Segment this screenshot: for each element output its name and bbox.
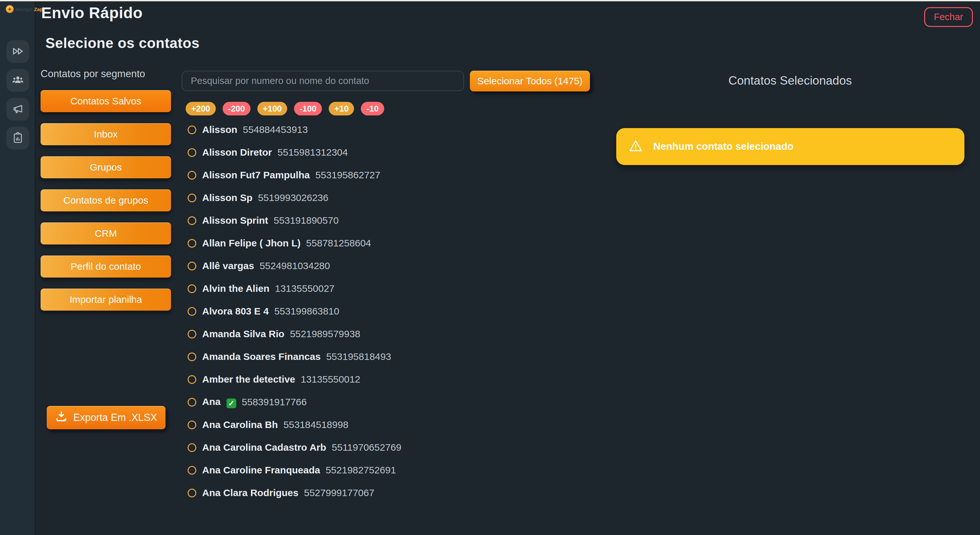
contact-name: Alisson Diretor [202, 147, 272, 158]
contact-name: Allan Felipe ( Jhon L) [202, 238, 301, 249]
segment-button-contatos-salvos[interactable]: Contatos Salvos [41, 90, 171, 112]
pill-200[interactable]: +200 [186, 102, 216, 116]
contact-radio[interactable] [188, 284, 196, 293]
contact-radio[interactable] [188, 443, 196, 452]
contact-radio[interactable] [188, 330, 196, 338]
sidebar-nav [6, 40, 29, 149]
pill-100[interactable]: -100 [294, 102, 322, 116]
contact-number: 558781258604 [306, 238, 371, 249]
contact-radio[interactable] [188, 194, 196, 202]
export-xlsx-button[interactable]: Exporta Em .XLSX [47, 406, 165, 429]
contact-name: Ana Caroline Franqueada [202, 465, 320, 476]
sidebar-button-clipboard-chart[interactable] [6, 127, 29, 149]
sidebar-button-fast-forward[interactable] [6, 40, 29, 63]
close-button[interactable]: Fechar [924, 7, 973, 27]
contact-row[interactable]: Ana ✓558391917766 [182, 391, 441, 413]
contact-row[interactable]: Alisson Sprint553191890570 [182, 209, 441, 232]
contact-radio[interactable] [188, 148, 196, 157]
contact-number: 13135550012 [301, 374, 361, 385]
contact-number: 553191890570 [274, 215, 339, 226]
export-xlsx-label: Exporta Em .XLSX [73, 412, 157, 424]
page-title: Envio Rápido [41, 4, 143, 22]
contact-number: 553195818493 [326, 351, 391, 362]
contact-radio[interactable] [188, 125, 196, 134]
contact-row[interactable]: Alisson Sp5519993026236 [182, 186, 441, 209]
contact-row[interactable]: Alisson Fut7 Pampulha553195862727 [182, 164, 441, 186]
segment-button-importar-planilha[interactable]: Importar planilha [41, 289, 171, 311]
download-icon [55, 410, 67, 425]
users-group-icon [12, 74, 24, 87]
contact-list: Alisson554884453913Alisson Diretor551598… [182, 118, 441, 504]
contact-number: 13135550027 [275, 283, 334, 294]
pill-10[interactable]: -10 [361, 102, 384, 116]
contact-radio[interactable] [188, 216, 196, 225]
pill-10[interactable]: +10 [329, 102, 354, 116]
contact-row[interactable]: Amber the detective13135550012 [182, 368, 441, 391]
contact-row[interactable]: Alvora 803 E 4553199863810 [182, 300, 441, 322]
contact-row[interactable]: Allan Felipe ( Jhon L)558781258604 [182, 232, 441, 254]
selected-panel-title: Contatos Selecionados [600, 74, 980, 87]
segment-panel: Contatos por segmento Contatos SalvosInb… [41, 68, 171, 322]
contact-row[interactable]: Amanda Soares Financas553195818493 [182, 345, 441, 368]
empty-selection-message: Nenhum contato selecionado [653, 141, 794, 152]
contact-name: Alvora 803 E 4 [202, 306, 269, 317]
contact-row[interactable]: Ana Carolina Bh553184518998 [182, 413, 441, 436]
segment-button-contatos-de-grupos[interactable]: Contatos de grupos [41, 189, 171, 211]
select-all-button[interactable]: Selecionar Todos (1475) [470, 71, 590, 91]
contact-name: Alisson [202, 124, 237, 135]
contact-radio[interactable] [188, 171, 196, 179]
contact-radio[interactable] [188, 352, 196, 361]
pill-100[interactable]: +100 [257, 102, 288, 116]
contact-number: 558391917766 [242, 397, 307, 408]
segment-button-inbox[interactable]: Inbox [41, 123, 171, 145]
pill-200[interactable]: -200 [223, 102, 251, 116]
contact-radio[interactable] [188, 307, 196, 316]
contact-row[interactable]: Alisson554884453913 [182, 118, 441, 141]
warning-triangle-icon [628, 139, 643, 154]
contact-name: Ana Carolina Bh [202, 419, 278, 430]
contact-number: 553195862727 [315, 170, 380, 181]
contact-number: 553199863810 [274, 306, 339, 317]
contact-number: 5515981312304 [277, 147, 348, 158]
contact-row[interactable]: Ana Caroline Franqueada5521982752691 [182, 459, 441, 481]
contact-name: Amanda Silva Rio [202, 329, 284, 340]
contact-name: Amber the detective [202, 374, 295, 385]
search-input[interactable] [182, 71, 464, 91]
contact-number: 5511970652769 [332, 442, 401, 453]
contact-name: Ana Clara Rodrigues [202, 487, 299, 498]
contact-radio[interactable] [188, 375, 196, 384]
segment-panel-label: Contatos por segmento [41, 68, 171, 80]
clipboard-chart-icon [12, 132, 24, 145]
segment-button-crm[interactable]: CRM [41, 222, 171, 244]
brand-name-accent: Zap [34, 6, 43, 12]
contact-row[interactable]: Ana Carolina Cadastro Arb5511970652769 [182, 436, 441, 459]
contact-row[interactable]: Allê vargas5524981034280 [182, 254, 441, 277]
sidebar-button-users-group[interactable] [6, 69, 29, 92]
contact-number: 5521982752691 [326, 465, 396, 476]
contact-number: 5519993026236 [258, 192, 328, 203]
contact-row[interactable]: Alvin the Alien13135550027 [182, 277, 441, 300]
contact-name: Alisson Fut7 Pampulha [202, 170, 310, 181]
segment-button-perfil-do-contato[interactable]: Perfil do contato [41, 256, 171, 278]
contact-row[interactable]: Alisson Diretor5515981312304 [182, 141, 441, 164]
empty-selection-banner: Nenhum contato selecionado [616, 128, 964, 165]
brand-name-primary: Nextgo [15, 6, 32, 12]
contact-radio[interactable] [188, 239, 196, 248]
contact-row[interactable]: Ana Clara Rodrigues5527999177067 [182, 481, 441, 504]
contact-name: Alvin the Alien [202, 283, 269, 294]
contact-radio[interactable] [188, 421, 196, 429]
segment-button-grupos[interactable]: Grupos [41, 156, 171, 178]
nextgo-zap-logo: ✈ Nextgo Zap [6, 5, 43, 13]
contact-radio[interactable] [188, 262, 196, 270]
search-row: Selecionar Todos (1475) [182, 71, 590, 91]
contact-name: Ana ✓ [202, 396, 236, 408]
contact-name: Ana Carolina Cadastro Arb [202, 442, 326, 453]
fast-forward-icon [12, 45, 24, 58]
contact-radio[interactable] [188, 398, 196, 406]
contact-radio[interactable] [188, 466, 196, 475]
sidebar-button-megaphone[interactable] [6, 98, 29, 121]
contact-row[interactable]: Amanda Silva Rio5521989579938 [182, 322, 441, 345]
contact-radio[interactable] [188, 489, 196, 497]
contact-number: 553184518998 [283, 419, 348, 430]
section-subtitle: Selecione os contatos [45, 35, 200, 51]
